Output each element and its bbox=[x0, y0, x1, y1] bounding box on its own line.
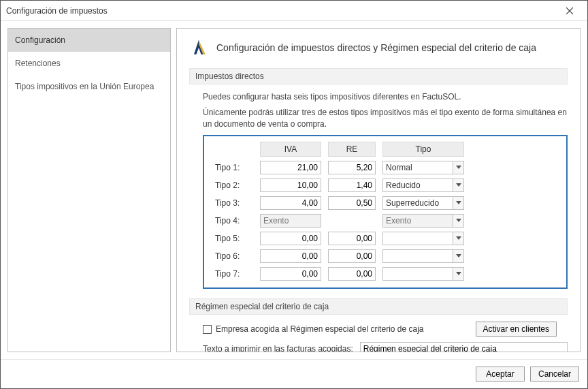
tipo-combo-text-2: Reducido bbox=[383, 179, 453, 191]
accept-button[interactable]: Aceptar bbox=[476, 367, 525, 382]
re-input-2[interactable] bbox=[328, 178, 376, 192]
iva-input-7[interactable] bbox=[260, 267, 321, 281]
cancel-button[interactable]: Cancelar bbox=[530, 367, 579, 382]
tipo-combo-2[interactable]: Reducido bbox=[382, 178, 464, 192]
chevron-down-icon bbox=[453, 215, 463, 227]
column-header-iva: IVA bbox=[260, 142, 321, 157]
re-input-1[interactable] bbox=[328, 161, 376, 174]
tipo-combo-7[interactable] bbox=[382, 267, 464, 281]
chevron-down-icon[interactable] bbox=[453, 179, 463, 191]
iva-input-2[interactable] bbox=[260, 178, 321, 192]
chevron-down-icon[interactable] bbox=[453, 232, 463, 245]
row-label-tipo-3: Tipo 3: bbox=[212, 198, 253, 208]
re-input-4 bbox=[328, 214, 376, 228]
iva-input-6[interactable] bbox=[260, 249, 321, 263]
tipo-combo-text-7 bbox=[383, 268, 453, 280]
print-text-input[interactable] bbox=[360, 342, 568, 352]
page-title: Configuración de impuestos directos y Ré… bbox=[216, 42, 536, 53]
row-label-tipo-2: Tipo 2: bbox=[212, 181, 253, 190]
tipo-combo-1[interactable]: Normal bbox=[382, 161, 464, 174]
close-button[interactable] bbox=[557, 3, 582, 19]
regimen-checkbox[interactable] bbox=[203, 325, 212, 334]
tipo-combo-text-5 bbox=[383, 232, 453, 245]
tipo-combo-6[interactable] bbox=[382, 249, 464, 263]
row-label-tipo-6: Tipo 6: bbox=[212, 251, 253, 261]
iva-input-3[interactable] bbox=[260, 196, 321, 210]
main-panel: Configuración de impuestos directos y Ré… bbox=[176, 28, 581, 352]
tipo-combo-text-3: Superreducido bbox=[383, 197, 453, 209]
regimen-checkbox-label: Empresa acogida al Régimen especial del … bbox=[216, 324, 424, 334]
chevron-down-icon[interactable] bbox=[453, 161, 463, 174]
column-header-tipo: Tipo bbox=[382, 142, 464, 157]
tipo-combo-5[interactable] bbox=[382, 232, 464, 245]
close-icon bbox=[566, 7, 573, 14]
tipo-combo-text-4: Exento bbox=[383, 215, 453, 227]
re-input-5[interactable] bbox=[328, 232, 376, 245]
iva-input-4 bbox=[260, 214, 321, 228]
re-input-3[interactable] bbox=[328, 196, 376, 210]
iva-input-1[interactable] bbox=[260, 161, 321, 174]
row-label-tipo-4: Tipo 4: bbox=[212, 216, 253, 225]
row-label-tipo-7: Tipo 7: bbox=[212, 269, 253, 279]
sidebar-item-configuracion[interactable]: Configuración bbox=[8, 29, 170, 52]
section-header-direct: Impuestos directos bbox=[189, 68, 568, 84]
direct-desc-1: Puedes configurar hasta seis tipos impos… bbox=[203, 91, 568, 103]
sidebar: Configuración Retenciones Tipos impositi… bbox=[7, 28, 171, 352]
agency-logo-icon bbox=[189, 38, 208, 57]
window-title: Configuración de impuestos bbox=[6, 6, 108, 16]
section-header-regimen: Régimen especial del criterio de caja bbox=[189, 298, 568, 315]
tax-rate-box: IVARETipoTipo 1:NormalTipo 2:ReducidoTip… bbox=[203, 135, 568, 289]
re-input-6[interactable] bbox=[328, 249, 376, 263]
tipo-combo-4: Exento bbox=[382, 214, 464, 228]
activate-clients-button[interactable]: Activar en clientes bbox=[476, 322, 557, 337]
re-input-7[interactable] bbox=[328, 267, 376, 281]
tipo-combo-text-1: Normal bbox=[383, 161, 453, 174]
chevron-down-icon[interactable] bbox=[453, 268, 463, 280]
row-label-tipo-5: Tipo 5: bbox=[212, 234, 253, 243]
row-label-tipo-1: Tipo 1: bbox=[212, 163, 253, 172]
direct-desc-2: Únicamente podrás utilizar tres de estos… bbox=[203, 107, 568, 130]
sidebar-item-retenciones[interactable]: Retenciones bbox=[8, 52, 170, 75]
tipo-combo-3[interactable]: Superreducido bbox=[382, 196, 464, 210]
chevron-down-icon[interactable] bbox=[453, 197, 463, 209]
chevron-down-icon[interactable] bbox=[453, 250, 463, 262]
iva-input-5[interactable] bbox=[260, 232, 321, 245]
sidebar-item-tipos-ue[interactable]: Tipos impositivos en la Unión Europea bbox=[8, 75, 170, 98]
tipo-combo-text-6 bbox=[383, 250, 453, 262]
print-text-label: Texto a imprimir en las facturas acogida… bbox=[203, 344, 353, 352]
column-header-re: RE bbox=[328, 142, 376, 157]
